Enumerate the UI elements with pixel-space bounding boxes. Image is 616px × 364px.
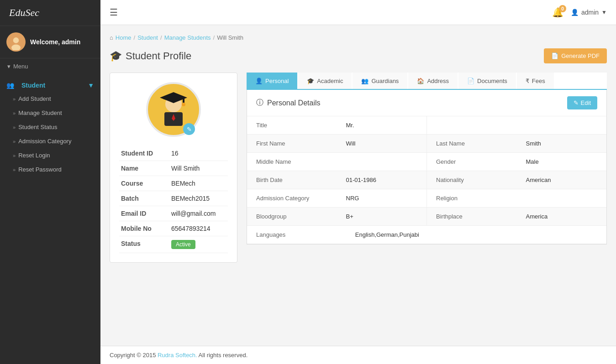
footer-company-link[interactable]: Rudra Softech. [158, 352, 197, 359]
tab-academic[interactable]: 🎓 Academic [298, 73, 352, 89]
pencil-icon: ✎ [187, 126, 192, 133]
tab-address[interactable]: 🏠 Address [408, 73, 458, 89]
detail-col-birthplace-label: Birthplace [427, 208, 517, 225]
sidebar-username: Welcome, admin [30, 38, 80, 46]
page-header: 🎓 Student Profile 📄 Generate PDF [110, 48, 607, 63]
main-area: ☰ 🔔 0 👤 admin ▼ ⌂ Home / Stud [100, 0, 616, 364]
details-header: ⓘ Personal Details ✎ Edit [247, 90, 606, 116]
arrow-icon: » [13, 139, 16, 144]
student-info-table: Student ID 16 Name Will Smith Course BEM… [119, 146, 228, 253]
chevron-icon: ▼ [88, 82, 94, 89]
detail-col-lastname-value: Smith [517, 135, 607, 152]
edit-icon: ✎ [574, 99, 579, 106]
detail-col-title-label2 [427, 116, 517, 134]
detail-col-religion-value [517, 189, 607, 207]
tab-guardians[interactable]: 👥 Guardians [353, 73, 407, 89]
table-row: Name Will Smith [119, 161, 228, 176]
tab-fees[interactable]: ₹ Fees [517, 73, 554, 89]
detail-col-birthplace-value: America [517, 208, 607, 225]
status-label: Status [119, 236, 169, 253]
detail-row-bloodgroup: Bloodgroup B+ Birthplace America [247, 208, 606, 226]
svg-point-1 [13, 37, 19, 43]
personal-details-panel: ⓘ Personal Details ✎ Edit Title [247, 90, 607, 244]
arrow-icon: » [13, 110, 16, 116]
detail-col-nationality-label: Nationality [427, 171, 517, 189]
info-icon: ⓘ [256, 98, 263, 108]
footer-rights: All rights reserved. [197, 352, 248, 359]
users-icon: 👥 [6, 82, 14, 89]
student-avatar-wrap: ✎ [119, 82, 228, 137]
student-id-label: Student ID [119, 146, 169, 161]
arrow-icon: » [13, 153, 16, 158]
admin-menu[interactable]: 👤 admin ▼ [571, 9, 607, 16]
detail-row-languages: Languages English,German,Punjabi [247, 226, 606, 244]
detail-col-firstname-value: Will [337, 135, 427, 152]
batch-value: BEMech2015 [169, 191, 228, 206]
sidebar-item-add-student[interactable]: » Add Student [0, 92, 100, 106]
sidebar-item-reset-password[interactable]: » Reset Password [0, 162, 100, 177]
arrow-icon: » [13, 125, 16, 130]
caret-down-icon: ▼ [601, 9, 607, 16]
guardians-tab-icon: 👥 [361, 78, 369, 84]
footer: Copyright © 2015 Rudra Softech. All righ… [100, 346, 616, 364]
generate-pdf-button[interactable]: 📄 Generate PDF [544, 48, 607, 63]
main-content: ⌂ Home / Student / Manage Students / Wil… [100, 25, 616, 346]
name-label: Name [119, 161, 169, 176]
notifications-badge: 0 [559, 5, 566, 12]
status-badge: Active [171, 240, 195, 249]
mobile-label: Mobile No [119, 221, 169, 236]
sidebar-item-admission-category[interactable]: » Admission Category [0, 134, 100, 148]
sidebar-item-manage-student[interactable]: » Manage Student [0, 106, 100, 120]
arrow-icon: » [13, 167, 16, 172]
home-icon: ⌂ [110, 34, 113, 41]
detail-col-admission-value: NRG [337, 189, 427, 207]
name-value: Will Smith [169, 161, 228, 176]
detail-col-bloodgroup-value: B+ [337, 208, 427, 225]
notifications-button[interactable]: 🔔 0 [552, 7, 563, 18]
arrow-icon: » [13, 96, 16, 102]
sidebar-item-reset-login[interactable]: » Reset Login [0, 148, 100, 162]
status-value: Active [169, 236, 228, 253]
topbar: ☰ 🔔 0 👤 admin ▼ [100, 0, 616, 25]
profile-content: 👤 Personal 🎓 Academic 👥 Guardians � [247, 73, 607, 263]
detail-col-languages-value: English,German,Punjabi [346, 226, 606, 244]
sidebar-section-student: 👥 Student ▼ » Add Student » Manage Stude… [0, 74, 100, 179]
table-row: Mobile No 65647893214 [119, 221, 228, 236]
sidebar-menu-toggle[interactable]: ▾ Menu [0, 58, 100, 74]
batch-label: Batch [119, 191, 169, 206]
pdf-icon: 📄 [551, 52, 558, 59]
tab-personal[interactable]: 👤 Personal [247, 73, 297, 89]
edit-button[interactable]: ✎ Edit [567, 96, 597, 109]
detail-col-admission-label: Admission Category [247, 189, 337, 207]
detail-row-middlename: Middle Name Gender Male [247, 153, 606, 171]
address-tab-icon: 🏠 [417, 78, 424, 84]
breadcrumb-manage-students[interactable]: Manage Students [164, 34, 211, 41]
user-tab-icon: 👤 [255, 78, 263, 84]
app-logo: EduSec [0, 0, 100, 26]
svg-point-9 [182, 103, 185, 106]
admin-label: admin [581, 9, 599, 16]
detail-col-title-label: Title [247, 116, 337, 134]
detail-col-languages-label: Languages [247, 226, 346, 244]
detail-row-name: First Name Will Last Name Smith [247, 135, 606, 153]
sidebar-user: Welcome, admin [0, 26, 100, 58]
academic-tab-icon: 🎓 [307, 78, 314, 84]
fees-tab-icon: ₹ [526, 78, 529, 84]
edit-avatar-button[interactable]: ✎ [183, 123, 195, 135]
breadcrumb-home[interactable]: Home [116, 34, 132, 41]
email-value: will@gmail.com [169, 206, 228, 221]
detail-row-birthdate: Birth Date 01-01-1986 Nationality Americ… [247, 171, 606, 189]
tab-documents[interactable]: 📄 Documents [458, 73, 516, 89]
detail-col-birthdate-value: 01-01-1986 [337, 171, 427, 189]
breadcrumb-current: Will Smith [217, 34, 243, 41]
sidebar: EduSec Welcome, admin ▾ Menu 👥 Student [0, 0, 100, 364]
breadcrumb-student[interactable]: Student [137, 34, 158, 41]
mobile-value: 65647893214 [169, 221, 228, 236]
sidebar-section-header-student[interactable]: 👥 Student ▼ [0, 77, 100, 92]
details-title: ⓘ Personal Details [256, 98, 321, 108]
sidebar-item-student-status[interactable]: » Student Status [0, 120, 100, 134]
hamburger-menu[interactable]: ☰ [110, 7, 118, 18]
user-icon: 👤 [571, 9, 579, 16]
table-row: Email ID will@gmail.com [119, 206, 228, 221]
course-value: BEMech [169, 176, 228, 191]
